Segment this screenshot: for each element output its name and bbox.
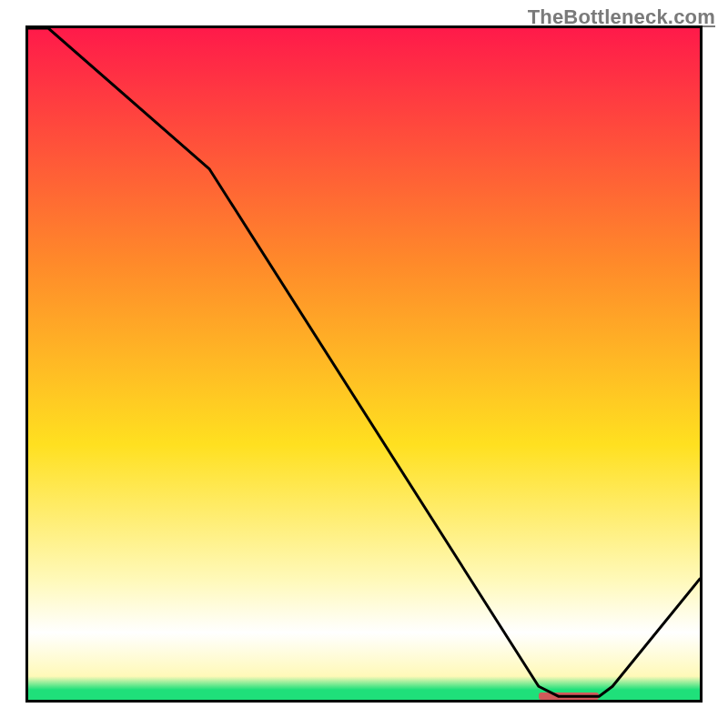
curve-path	[28, 28, 700, 696]
chart-root: TheBottleneck.com	[0, 0, 728, 728]
plot-area	[25, 25, 703, 703]
curve-svg	[28, 28, 700, 700]
